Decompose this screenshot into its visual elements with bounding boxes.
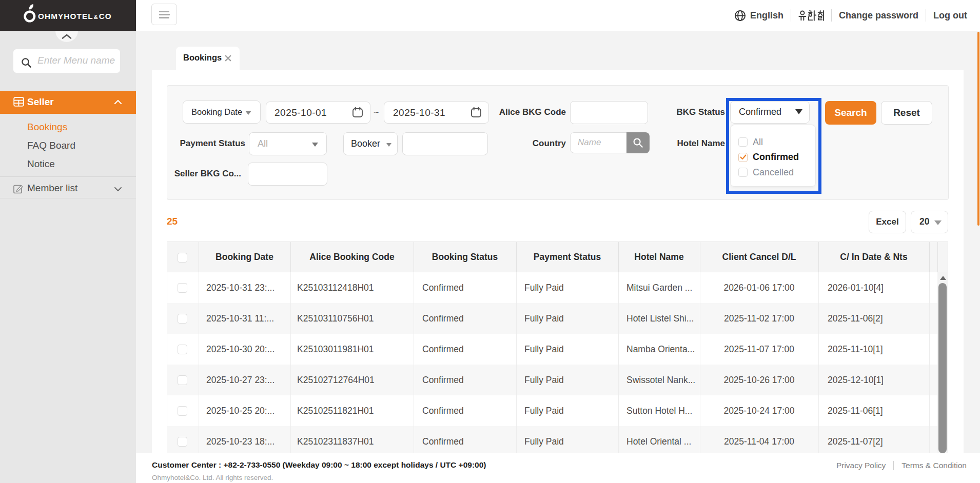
- svg-text:OHMYHOTEL&CO: OHMYHOTEL&CO: [38, 12, 112, 21]
